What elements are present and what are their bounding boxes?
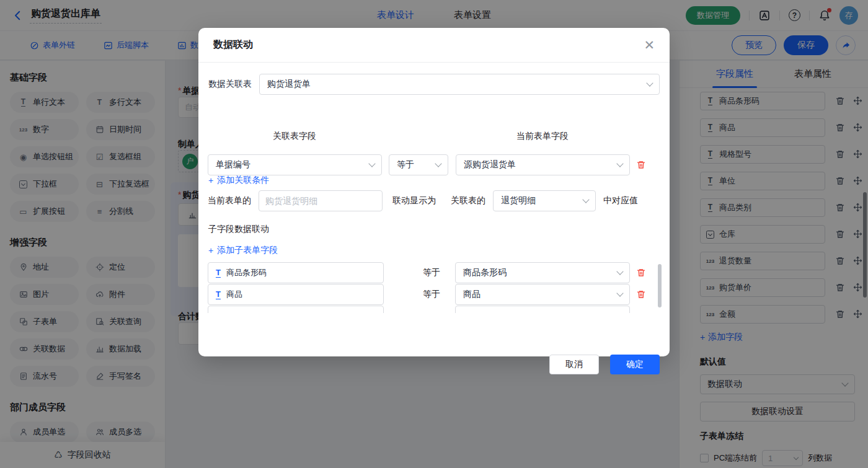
subfield-mapping-row-clipped (198, 306, 670, 313)
single-text-icon: T (216, 290, 221, 299)
cancel-button[interactable]: 取消 (549, 355, 599, 374)
subfield-target-value: 商品条形码 (463, 267, 507, 278)
condition-target-value: 源购货退货单 (464, 159, 516, 170)
delete-subfield-icon[interactable] (636, 268, 646, 278)
chevron-down-icon (582, 196, 589, 203)
modal-header: 数据联动 ✕ (198, 28, 670, 63)
add-condition-link[interactable]: +添加关联条件 (208, 175, 269, 186)
display-target-select[interactable]: 退货明细 (493, 190, 596, 211)
condition-operator-select[interactable]: 等于 (389, 154, 448, 175)
condition-operator-value: 等于 (397, 159, 414, 170)
add-subfield-label: 添加子表单字段 (217, 245, 278, 256)
display-suffix-label: 中对应值 (603, 195, 638, 206)
confirm-button[interactable]: 确定 (610, 355, 660, 374)
add-subfield-link[interactable]: +添加子表单字段 (208, 245, 278, 256)
subfield-source-box[interactable]: T商品 (208, 284, 384, 305)
relate-table-value: 购货退货单 (267, 79, 311, 90)
subfield-mapping-list: T商品条形码 等于 商品条形码 T商品 等于 商品 (198, 262, 670, 313)
chevron-down-icon (368, 160, 375, 167)
relate-table-label: 数据关联表 (208, 79, 252, 90)
relate-table-row: 数据关联表 购货退货单 (208, 74, 660, 95)
subfield-section-title: 子字段数据联动 (208, 224, 269, 235)
modal-scrollbar[interactable] (658, 264, 662, 307)
subfield-source-box[interactable]: T商品条形码 (208, 262, 384, 283)
condition-target-select[interactable]: 源购货退货单 (456, 154, 630, 175)
subfield-mapping-row: T商品 等于 商品 (198, 284, 670, 305)
display-link-label: 联动显示为 (392, 195, 436, 206)
chevron-down-icon (616, 160, 623, 167)
subfield-target-value: 商品 (463, 289, 480, 300)
chevron-down-icon (646, 79, 653, 86)
condition-field-value: 单据编号 (216, 159, 250, 170)
operator-label: 等于 (423, 289, 440, 300)
subfield-source-box[interactable] (208, 306, 384, 313)
add-condition-label: 添加关联条件 (217, 175, 269, 186)
plus-icon: + (208, 245, 213, 255)
right-column-header: 当前表单字段 (516, 131, 569, 142)
subfield-mapping-row: T商品条形码 等于 商品条形码 (198, 262, 670, 283)
subfield-source-label: 商品 (226, 289, 242, 300)
condition-field-select[interactable]: 单据编号 (208, 154, 382, 175)
delete-condition-icon[interactable] (636, 160, 646, 170)
display-target-value: 退货明细 (501, 195, 536, 206)
modal-footer: 取消 确定 (549, 355, 660, 374)
chevron-down-icon (616, 268, 623, 275)
display-setting-row: 当前表单的 联动显示为 关联表的 退货明细 中对应值 (208, 190, 660, 211)
subfield-source-label: 商品条形码 (226, 267, 267, 278)
subfield-target-select[interactable] (455, 306, 630, 313)
modal-body: 数据关联表 购货退货单 关联表字段 当前表单字段 单据编号 等于 源购货退货单 … (198, 63, 670, 356)
subfield-target-select[interactable]: 商品条形码 (455, 262, 630, 283)
subfield-target-select[interactable]: 商品 (455, 284, 630, 305)
display-table-prefix-label: 关联表的 (451, 195, 485, 206)
relate-table-select[interactable]: 购货退货单 (259, 74, 660, 95)
form-designer-page: 购货退货出库单 表单设计 表单设置 数据管理 ? 存 表单外链 (0, 0, 868, 468)
chevron-down-icon (435, 160, 441, 167)
chevron-down-icon (616, 289, 623, 296)
delete-subfield-icon[interactable] (636, 289, 646, 299)
close-icon[interactable]: ✕ (644, 38, 655, 51)
operator-label: 等于 (423, 267, 440, 278)
left-column-header: 关联表字段 (273, 131, 316, 142)
data-linkage-modal: 数据联动 ✕ 数据关联表 购货退货单 关联表字段 当前表单字段 单据编号 等于 … (198, 28, 670, 356)
modal-title: 数据联动 (213, 38, 253, 51)
single-text-icon: T (216, 268, 221, 278)
plus-icon: + (208, 175, 213, 185)
display-field-input[interactable] (259, 190, 383, 211)
display-prefix-label: 当前表单的 (208, 195, 251, 206)
